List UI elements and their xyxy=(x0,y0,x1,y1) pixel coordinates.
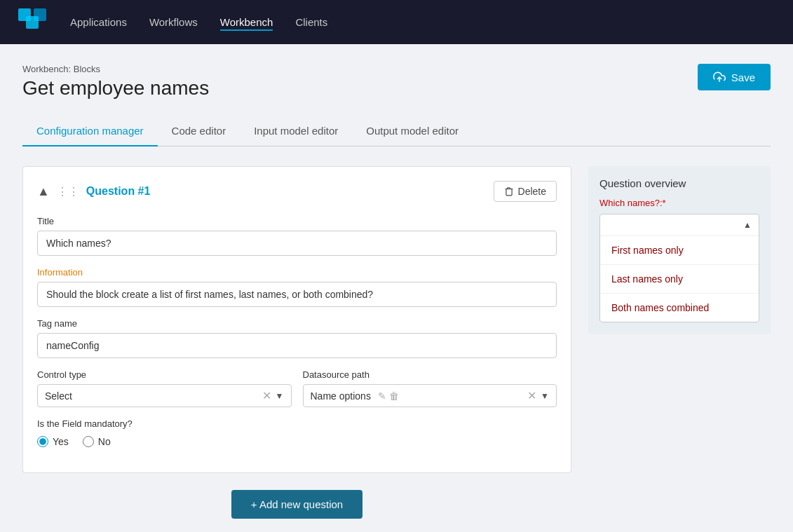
overview-panel: Question overview Which names?:* ▲ First… xyxy=(588,166,771,334)
svg-rect-2 xyxy=(26,16,39,29)
datasource-arrow-icon[interactable]: ▼ xyxy=(541,391,549,401)
datasource-delete-icon[interactable]: 🗑 xyxy=(389,390,399,402)
control-type-value: Select xyxy=(45,390,258,402)
dropdown-arrow-up-icon[interactable]: ▲ xyxy=(743,220,752,230)
control-datasource-row: Control type Select ✕ ▼ Datasource path … xyxy=(37,369,557,407)
information-label: Information xyxy=(37,267,557,278)
add-question-row: + Add new question xyxy=(22,490,571,519)
navbar: Applications Workflows Workbench Clients xyxy=(0,0,793,44)
mandatory-radio-group: Yes No xyxy=(37,436,557,447)
app-logo xyxy=(17,7,48,38)
page-title: Get employee names xyxy=(22,77,209,100)
datasource-group: Datasource path Name options ✎ 🗑 ✕ ▼ xyxy=(303,369,557,407)
control-type-arrow-icon[interactable]: ▼ xyxy=(276,391,284,401)
breadcrumb: Workbench: Blocks xyxy=(22,64,209,74)
mandatory-label: Is the Field mandatory? xyxy=(37,418,557,429)
dropdown-header: ▲ xyxy=(600,214,759,236)
title-input[interactable] xyxy=(37,231,557,256)
question-number: Question #1 xyxy=(86,185,151,198)
tagname-input[interactable] xyxy=(37,333,557,358)
tab-code-editor[interactable]: Code editor xyxy=(158,116,240,146)
required-asterisk: * xyxy=(663,198,666,208)
dropdown-option-last[interactable]: Last names only xyxy=(600,264,759,293)
nav-workflows[interactable]: Workflows xyxy=(149,13,198,31)
control-type-label: Control type xyxy=(37,369,292,380)
tabs: Configuration manager Code editor Input … xyxy=(22,116,771,146)
tab-input-model-editor[interactable]: Input model editor xyxy=(240,116,352,146)
add-question-button[interactable]: + Add new question xyxy=(231,490,362,519)
control-type-clear-icon[interactable]: ✕ xyxy=(262,389,271,402)
yes-label: Yes xyxy=(53,436,69,447)
dropdown-open: ▲ First names only Last names only Both … xyxy=(599,214,759,322)
delete-button[interactable]: Delete xyxy=(494,181,557,202)
mandatory-field-group: Is the Field mandatory? Yes No xyxy=(37,418,557,447)
datasource-label: Datasource path xyxy=(303,369,557,380)
overview-title: Question overview xyxy=(599,177,759,189)
question-header: ▲ ⋮⋮ Question #1 Delete xyxy=(37,181,557,202)
datasource-select[interactable]: Name options ✎ 🗑 ✕ ▼ xyxy=(303,384,557,407)
yes-radio-item[interactable]: Yes xyxy=(37,436,69,447)
no-radio-item[interactable]: No xyxy=(83,436,111,447)
nav-workbench[interactable]: Workbench xyxy=(220,13,273,31)
collapse-button[interactable]: ▲ xyxy=(37,184,50,199)
no-label: No xyxy=(98,436,111,447)
control-type-select[interactable]: Select ✕ ▼ xyxy=(37,384,292,407)
save-button[interactable]: Save xyxy=(698,64,771,90)
main-layout: ▲ ⋮⋮ Question #1 Delete Title xyxy=(22,166,771,519)
right-panel: Question overview Which names?:* ▲ First… xyxy=(588,166,771,519)
save-label: Save xyxy=(731,71,755,83)
left-panel: ▲ ⋮⋮ Question #1 Delete Title xyxy=(22,166,571,519)
yes-radio[interactable] xyxy=(37,436,48,447)
question-card: ▲ ⋮⋮ Question #1 Delete Title xyxy=(22,166,571,473)
datasource-edit-icon[interactable]: ✎ xyxy=(378,390,386,402)
tab-configuration-manager[interactable]: Configuration manager xyxy=(22,116,158,146)
delete-label: Delete xyxy=(518,186,546,197)
title-field-group: Title xyxy=(37,216,557,256)
no-radio[interactable] xyxy=(83,436,94,447)
tagname-label: Tag name xyxy=(37,318,557,329)
drag-icon: ⋮⋮ xyxy=(57,185,79,198)
information-input[interactable] xyxy=(37,282,557,307)
dropdown-option-first[interactable]: First names only xyxy=(600,236,759,264)
overview-field-label: Which names?:* xyxy=(599,198,759,208)
information-field-group: Information xyxy=(37,267,557,307)
page-header: Workbench: Blocks Get employee names Sav… xyxy=(22,64,771,116)
control-type-group: Control type Select ✕ ▼ xyxy=(37,369,292,407)
dropdown-option-both[interactable]: Both names combined xyxy=(600,293,759,322)
nav-applications[interactable]: Applications xyxy=(70,13,127,31)
tagname-field-group: Tag name xyxy=(37,318,557,358)
nav-clients[interactable]: Clients xyxy=(295,13,327,31)
datasource-clear-icon[interactable]: ✕ xyxy=(527,389,536,402)
title-label: Title xyxy=(37,216,557,226)
datasource-value: Name options ✎ 🗑 xyxy=(311,390,524,402)
tab-output-model-editor[interactable]: Output model editor xyxy=(352,116,473,146)
